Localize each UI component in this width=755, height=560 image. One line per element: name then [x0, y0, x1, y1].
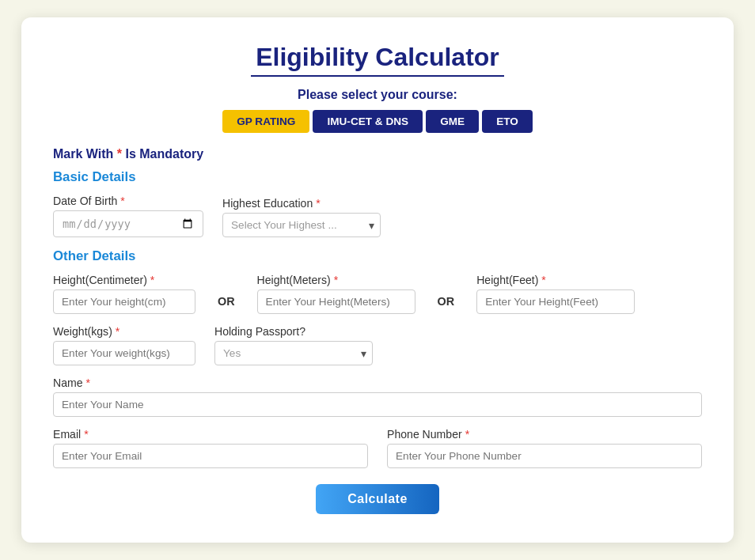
education-select-wrapper: Select Your Highest ... 10th 12th Gradua… [222, 213, 381, 237]
name-row: Name * [53, 376, 702, 417]
course-buttons: GP RATING IMU-CET & DNS GME ETO [53, 110, 702, 133]
height-ft-label: Height(Feet) * [476, 274, 635, 286]
or-label-1: OR [218, 295, 235, 314]
email-label: Email * [53, 428, 368, 441]
passport-label: Holding Passport? [214, 325, 373, 338]
email-input[interactable] [53, 444, 368, 468]
height-cm-input[interactable] [53, 289, 195, 314]
course-label: Please select your course: [53, 88, 702, 102]
weight-group: Weight(kgs) * [53, 325, 195, 365]
course-btn-gme[interactable]: GME [426, 110, 479, 133]
or-label-2: OR [438, 295, 455, 314]
education-label: Highest Education * [222, 197, 381, 210]
course-btn-gp-rating[interactable]: GP RATING [222, 110, 309, 133]
weight-label: Weight(kgs) * [53, 325, 195, 338]
phone-input[interactable] [387, 444, 702, 468]
other-details-section: Other Details Height(Centimeter) * OR He… [53, 248, 702, 468]
height-ft-group: Height(Feet) * [476, 274, 635, 314]
height-row: Height(Centimeter) * OR Height(Meters) *… [53, 274, 702, 314]
title-underline [251, 75, 504, 77]
phone-label: Phone Number * [387, 428, 702, 441]
name-input[interactable] [53, 392, 702, 417]
course-btn-imu-cet[interactable]: IMU-CET & DNS [313, 110, 423, 133]
height-ft-input[interactable] [476, 289, 635, 314]
calculate-button[interactable]: Calculate [316, 484, 439, 514]
email-phone-row: Email * Phone Number * [53, 428, 702, 468]
name-group: Name * [53, 376, 702, 417]
page-title: Eligibility Calculator [53, 43, 702, 72]
height-cm-label: Height(Centimeter) * [53, 274, 195, 286]
passport-select[interactable]: Yes No [214, 341, 373, 365]
height-m-input[interactable] [257, 289, 415, 314]
basic-details-row: Date Of Birth * Highest Education * Sele… [53, 195, 702, 237]
weight-passport-row: Weight(kgs) * Holding Passport? Yes No ▾ [53, 325, 702, 365]
course-btn-eto[interactable]: ETO [482, 110, 533, 133]
dob-input[interactable] [53, 210, 203, 237]
email-group: Email * [53, 428, 368, 468]
height-m-label: Height(Meters) * [257, 274, 415, 286]
mandatory-note: Mark With * Is Mandatory [53, 147, 702, 161]
basic-details-title: Basic Details [53, 169, 702, 185]
eligibility-calculator-card: Eligibility Calculator Please select you… [21, 17, 734, 543]
height-m-group: Height(Meters) * [257, 274, 415, 314]
passport-group: Holding Passport? Yes No ▾ [214, 325, 373, 365]
education-select[interactable]: Select Your Highest ... 10th 12th Gradua… [222, 213, 381, 237]
passport-select-wrapper: Yes No ▾ [214, 341, 373, 365]
height-cm-group: Height(Centimeter) * [53, 274, 195, 314]
phone-group: Phone Number * [387, 428, 702, 468]
weight-input[interactable] [53, 341, 195, 365]
name-label: Name * [53, 376, 702, 389]
dob-group: Date Of Birth * [53, 195, 203, 237]
other-details-title: Other Details [53, 248, 702, 264]
dob-label: Date Of Birth * [53, 195, 203, 207]
education-group: Highest Education * Select Your Highest … [222, 197, 381, 237]
